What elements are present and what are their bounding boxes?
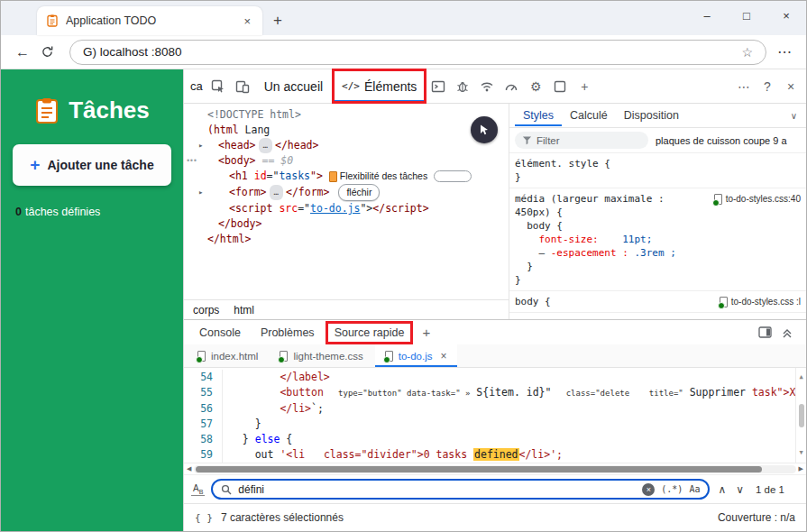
expand-arrow-icon[interactable]: ▸ bbox=[198, 185, 207, 200]
code-line-content: out '<li class="divider">0 tasks defined… bbox=[222, 447, 563, 463]
dom-tree-row[interactable]: <!DOCTYPE html> bbox=[184, 107, 509, 123]
scroll-down-icon[interactable]: ▼ bbox=[799, 445, 802, 461]
dom-tree-row[interactable]: ▸<form>…</form>fléchir bbox=[184, 184, 509, 201]
devtools-close-icon[interactable]: × bbox=[779, 75, 802, 98]
line-number[interactable]: 57 bbox=[184, 417, 222, 432]
browser-menu-button[interactable]: ⋯ bbox=[774, 43, 795, 60]
dom-tree-row[interactable]: (html Lang bbox=[184, 123, 509, 138]
dom-tree-row[interactable]: •••<body> == $0 bbox=[184, 153, 509, 169]
new-tab-button[interactable]: + bbox=[262, 12, 293, 35]
console-drawer-icon[interactable] bbox=[426, 75, 450, 98]
dock-side-icon[interactable] bbox=[758, 326, 772, 338]
devtools-menu-icon[interactable]: ⋯ bbox=[732, 75, 756, 98]
expand-arrow-icon[interactable]: ▸ bbox=[198, 138, 207, 153]
code-token: </form> bbox=[286, 185, 329, 200]
fold-ellipsis[interactable]: … bbox=[270, 185, 283, 200]
code-token: -espacement : bbox=[551, 247, 628, 259]
device-emulation-icon[interactable] bbox=[231, 75, 254, 98]
scroll-up-icon[interactable]: ▲ bbox=[799, 370, 802, 385]
line-number[interactable]: 59 bbox=[184, 447, 222, 463]
line-number[interactable]: 58 bbox=[184, 432, 222, 447]
dom-tree-row[interactable]: ▸<head>…</head> bbox=[184, 138, 509, 153]
tab-console[interactable]: Console bbox=[191, 322, 249, 344]
tab-styles[interactable]: Styles bbox=[515, 105, 562, 126]
dom-tree-row[interactable]: <script src="to-do.js"></script> bbox=[184, 201, 509, 216]
tab-computed[interactable]: Calculé bbox=[562, 105, 616, 126]
expand-drawer-icon[interactable] bbox=[781, 326, 793, 338]
code-line[interactable]: 59 out '<li class="divider">0 tasks defi… bbox=[184, 447, 795, 463]
inspect-icon[interactable] bbox=[206, 75, 230, 98]
dom-tree-row[interactable]: </body> bbox=[184, 216, 509, 232]
horizontal-scroll-track[interactable] bbox=[194, 465, 795, 473]
code-token: "> bbox=[360, 201, 372, 216]
task-count-label: tâches définies bbox=[25, 206, 100, 218]
scroll-left-icon[interactable]: ◀ bbox=[187, 465, 191, 472]
breadcrumb-item-body[interactable]: corps bbox=[193, 304, 219, 316]
tab-issues-drawer[interactable]: Problèmes bbox=[252, 322, 323, 344]
dom-tree-row[interactable]: </html> bbox=[184, 232, 509, 247]
more-tools-icon[interactable] bbox=[548, 75, 572, 98]
code-line[interactable]: 56 </li>`; bbox=[184, 401, 795, 417]
favorite-star-icon[interactable]: ☆ bbox=[741, 45, 753, 60]
tab-layout[interactable]: Disposition bbox=[616, 105, 687, 126]
tab-welcome[interactable]: Un accueil bbox=[255, 69, 332, 103]
regex-toggle[interactable]: (.*) bbox=[661, 484, 683, 494]
styles-filter-input[interactable]: Filter bbox=[515, 132, 648, 149]
tab-quick-source[interactable]: Source rapide bbox=[326, 322, 413, 344]
code-line[interactable]: 55 <button type="button" data-task=" » S… bbox=[184, 385, 795, 401]
dom-tree-row[interactable]: <h1 id="tasks"> Flexibilité des tâches bbox=[184, 169, 509, 184]
horizontal-scroll-thumb[interactable] bbox=[196, 466, 761, 472]
refresh-button[interactable] bbox=[41, 45, 62, 59]
back-button[interactable]: ← bbox=[12, 44, 33, 60]
code-line[interactable]: 57 } bbox=[184, 417, 795, 432]
clear-search-icon[interactable]: × bbox=[642, 483, 655, 496]
stylesheet-link[interactable]: to-do-styles.css:40 bbox=[714, 192, 801, 206]
network-conditions-icon[interactable] bbox=[475, 75, 499, 98]
stylesheet-link[interactable]: to-do-styles.css :l bbox=[720, 295, 801, 308]
url-text: G) localhost :8080 bbox=[83, 45, 741, 59]
help-icon[interactable]: ? bbox=[756, 75, 779, 98]
code-line[interactable]: 58 } else { bbox=[184, 432, 795, 447]
tab-welcome-label: Un accueil bbox=[264, 79, 323, 94]
drawer-tab-bar: Console Problèmes Source rapide + bbox=[184, 319, 806, 344]
window-close-button[interactable]: × bbox=[766, 1, 806, 30]
code-token: </html> bbox=[207, 232, 251, 247]
file-tab-index.html[interactable]: index.html bbox=[188, 344, 268, 367]
fold-ellipsis[interactable]: … bbox=[259, 138, 272, 153]
add-tab-icon[interactable]: + bbox=[573, 75, 596, 98]
format-code-button[interactable]: { } bbox=[195, 512, 213, 524]
add-task-button[interactable]: + Ajouter une tâche bbox=[13, 144, 171, 186]
find-input[interactable]: défini × (.*) Aa bbox=[211, 479, 710, 500]
line-number[interactable]: 56 bbox=[184, 401, 222, 417]
issues-bug-icon[interactable] bbox=[451, 75, 474, 98]
breadcrumb-item-html[interactable]: html bbox=[234, 304, 254, 316]
scroll-right-icon[interactable]: ▶ bbox=[799, 465, 803, 472]
add-drawer-tab-button[interactable]: + bbox=[416, 325, 436, 340]
vertical-scrollbar[interactable]: ▲ ▼ bbox=[795, 368, 806, 463]
tab-elements[interactable]: </> Éléments bbox=[333, 69, 426, 103]
code-token: } bbox=[515, 261, 533, 272]
browser-tab[interactable]: Application TODO × bbox=[37, 6, 262, 35]
line-number[interactable]: 55 bbox=[184, 385, 222, 401]
code-line[interactable]: 54 </label> bbox=[184, 370, 795, 385]
find-mode-icon[interactable]: AB bbox=[191, 483, 205, 496]
previous-match-button[interactable]: ∧ bbox=[716, 483, 728, 496]
next-match-button[interactable]: ∨ bbox=[734, 483, 746, 496]
code-token: tasks bbox=[279, 169, 310, 184]
performance-gauge-icon[interactable] bbox=[500, 75, 523, 98]
line-number[interactable]: 54 bbox=[184, 370, 222, 385]
maximize-button[interactable]: □ bbox=[727, 1, 766, 30]
horizontal-scrollbar[interactable]: ◀ ▶ bbox=[184, 463, 806, 474]
tab-close-icon[interactable]: × bbox=[241, 14, 253, 28]
match-case-toggle[interactable]: Aa bbox=[689, 484, 700, 494]
close-file-tab-icon[interactable]: × bbox=[440, 350, 446, 362]
file-tab-to-do.js[interactable]: to-do.js× bbox=[375, 344, 457, 367]
chevron-down-icon[interactable]: ∨ bbox=[791, 111, 801, 121]
vertical-scroll-thumb[interactable] bbox=[799, 404, 804, 427]
address-bar[interactable]: G) localhost :8080 ☆ bbox=[69, 40, 766, 65]
minimize-button[interactable]: – bbox=[687, 1, 727, 30]
settings-gear-icon[interactable]: ⚙ bbox=[524, 75, 547, 98]
address-bar-row: ← G) localhost :8080 ☆ ⋯ bbox=[1, 35, 806, 69]
file-tab-light-theme.css[interactable]: light-theme.css bbox=[270, 344, 372, 367]
styles-tabs: Styles Calculé Disposition ∨ bbox=[509, 104, 806, 128]
